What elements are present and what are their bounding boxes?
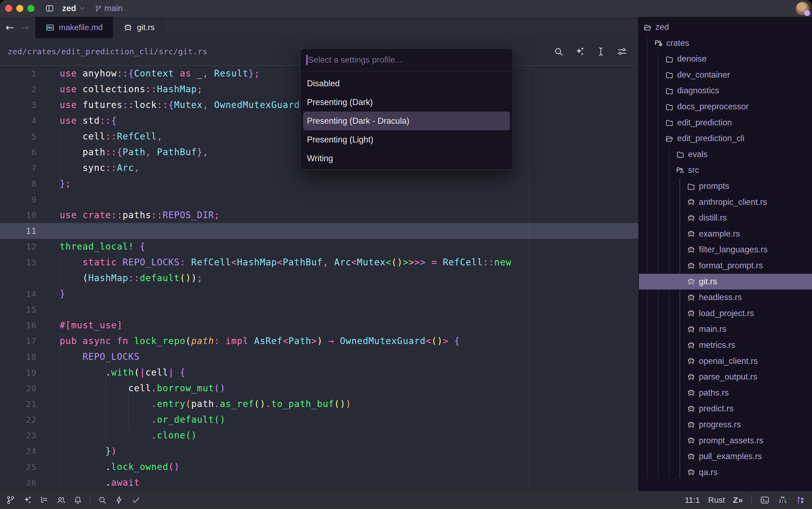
code-line[interactable]: 25 .lock_owned()	[0, 459, 638, 475]
rust-file-icon	[687, 293, 695, 302]
code-line[interactable]: 26 .await	[0, 475, 638, 490]
profile-search-input[interactable]: Select a settings profile...	[300, 49, 513, 72]
folder-icon	[665, 71, 674, 79]
tree-item-diagnostics[interactable]: diagnostics	[639, 83, 812, 99]
cursor-ibeam-button[interactable]	[596, 46, 606, 57]
tree-item-example.rs[interactable]: example.rs	[639, 226, 812, 242]
tab-git.rs[interactable]: git.rs	[113, 17, 165, 38]
code-line[interactable]: 14}	[0, 286, 638, 302]
tree-item-docs_preprocessor[interactable]: docs_preprocessor	[639, 99, 812, 114]
outline-button[interactable]	[39, 495, 49, 505]
folder-icon	[665, 118, 674, 127]
check-button[interactable]	[131, 495, 141, 505]
language-selector[interactable]: Rust	[708, 496, 725, 505]
zoom-window-button[interactable]	[27, 5, 34, 12]
code-line-current[interactable]: 11	[0, 223, 638, 239]
code-line[interactable]: 24 })	[0, 443, 638, 459]
code-line[interactable]: 20 cell.borrow_mut()	[0, 380, 638, 396]
tree-item-prompt_assets.rs[interactable]: prompt_assets.rs	[639, 433, 812, 448]
tree-item-parse_output.rs[interactable]: parse_output.rs	[639, 369, 812, 385]
branch-name: main	[104, 3, 123, 13]
tree-item-label: anthropic_client.rs	[699, 197, 767, 207]
minimize-window-button[interactable]	[16, 5, 23, 12]
navigate-forward-button[interactable]: →	[21, 22, 29, 33]
code-line[interactable]: 21 .entry(path.as_ref().to_path_buf())	[0, 396, 638, 412]
code-text: .lock_owned()	[60, 459, 180, 475]
profile-option-Presenting (Light)[interactable]: Presenting (Light)	[303, 130, 510, 149]
tree-item-progress.rs[interactable]: progress.rs	[639, 417, 812, 433]
code-line[interactable]: 13 static REPO_LOCKS: RefCell<HashMap<Pa…	[0, 254, 638, 270]
cursor-position[interactable]: 11:1	[685, 496, 700, 505]
sparkles-icon	[574, 46, 585, 57]
code-line[interactable]: 15	[0, 302, 638, 317]
breadcrumb[interactable]: zed/crates/edit_prediction_cli/src/git.r…	[8, 47, 207, 56]
tree-item-edit_prediction_cli[interactable]: edit_prediction_cli	[639, 131, 812, 146]
bell-button[interactable]	[73, 495, 83, 505]
tree-item-denoise[interactable]: denoise	[639, 51, 812, 67]
project-panel-button[interactable]	[796, 495, 806, 505]
tree-item-metrics.rs[interactable]: metrics.rs	[639, 337, 812, 353]
tree-item-openai_client.rs[interactable]: openai_client.rs	[639, 353, 812, 369]
close-window-button[interactable]	[5, 5, 12, 12]
code-line[interactable]: 8};	[0, 176, 638, 192]
terminal-icon	[760, 495, 770, 505]
tree-item-git.rs[interactable]: git.rs	[639, 274, 812, 290]
status-bar: 11:1 Rust Z»	[0, 491, 812, 509]
tree-item-label: prompts	[699, 181, 729, 191]
search-button[interactable]	[97, 495, 107, 505]
tree-item-src[interactable]: src	[639, 162, 812, 178]
rust-file-icon	[687, 245, 695, 254]
code-line[interactable]: 10use crate::paths::REPOS_DIR;	[0, 207, 638, 223]
tree-item-format_prompt.rs[interactable]: format_prompt.rs	[639, 258, 812, 273]
sliders-button[interactable]	[617, 46, 628, 57]
tree-item-qa.rs[interactable]: qa.rs	[639, 465, 812, 480]
code-line[interactable]: 16#[must_use]	[0, 317, 638, 333]
navigate-back-button[interactable]: ←	[5, 22, 14, 33]
profile-option-Presenting (Dark - Dracula)[interactable]: Presenting (Dark - Dracula)	[303, 111, 510, 130]
project-menu[interactable]: zed	[62, 3, 86, 13]
code-line[interactable]: (HashMap::default());	[0, 270, 638, 286]
tree-item-pull_examples.rs[interactable]: pull_examples.rs	[639, 448, 812, 464]
code-line[interactable]: 19 .with(|cell| {	[0, 365, 638, 380]
tree-item-zed[interactable]: zed	[639, 19, 812, 35]
profile-option-Writing[interactable]: Writing	[303, 149, 510, 168]
split-editor-icon[interactable]	[45, 4, 55, 13]
tree-item-edit_prediction[interactable]: edit_prediction	[639, 115, 812, 131]
avatar[interactable]	[796, 2, 809, 15]
collab-button[interactable]	[56, 495, 66, 505]
tree-item-predict.rs[interactable]: predict.rs	[639, 401, 812, 416]
sparkles-button[interactable]	[574, 46, 585, 57]
tree-item-filter_languages.rs[interactable]: filter_languages.rs	[639, 242, 812, 258]
tree-item-prompts[interactable]: prompts	[639, 178, 812, 194]
edit-prediction-icon[interactable]: Z»	[733, 496, 743, 505]
code-line[interactable]: 9	[0, 192, 638, 207]
tree-item-crates[interactable]: crates	[639, 35, 812, 51]
tree-item-load_project.rs[interactable]: load_project.rs	[639, 306, 812, 321]
line-number: 8	[0, 176, 37, 192]
bolt-button[interactable]	[114, 495, 124, 505]
profile-option-Presenting (Dark)[interactable]: Presenting (Dark)	[303, 93, 510, 111]
tree-item-headless.rs[interactable]: headless.rs	[639, 290, 812, 305]
code-line[interactable]: 23 .clone()	[0, 428, 638, 443]
terminal-button[interactable]	[760, 495, 770, 505]
git-branch-button[interactable]	[6, 495, 15, 505]
sparkles-button[interactable]	[23, 495, 32, 505]
tree-item-paths.rs[interactable]: paths.rs	[639, 385, 812, 401]
debug-button[interactable]	[778, 495, 787, 505]
tree-item-main.rs[interactable]: main.rs	[639, 321, 812, 337]
tree-item-evals[interactable]: evals	[639, 146, 812, 162]
code-line[interactable]: 12thread_local! {	[0, 239, 638, 254]
code-line[interactable]: 18 REPO_LOCKS	[0, 349, 638, 365]
tree-item-anthropic_client.rs[interactable]: anthropic_client.rs	[639, 194, 812, 210]
code-text: .with(|cell| {	[60, 365, 185, 380]
tree-item-dev_container[interactable]: dev_container	[639, 67, 812, 83]
tab-makefile.md[interactable]: makefile.md	[35, 17, 113, 38]
code-line[interactable]: 22 .or_default()	[0, 412, 638, 428]
search-button[interactable]	[553, 46, 564, 57]
branch-switcher[interactable]: main	[95, 3, 123, 13]
tree-item-label: qa.rs	[699, 468, 717, 477]
tree-item-distill.rs[interactable]: distill.rs	[639, 210, 812, 226]
profile-option-Disabled[interactable]: Disabled	[303, 74, 510, 93]
code-line[interactable]: 17pub async fn lock_repo(path: impl AsRe…	[0, 333, 638, 349]
line-number: 20	[0, 380, 37, 396]
